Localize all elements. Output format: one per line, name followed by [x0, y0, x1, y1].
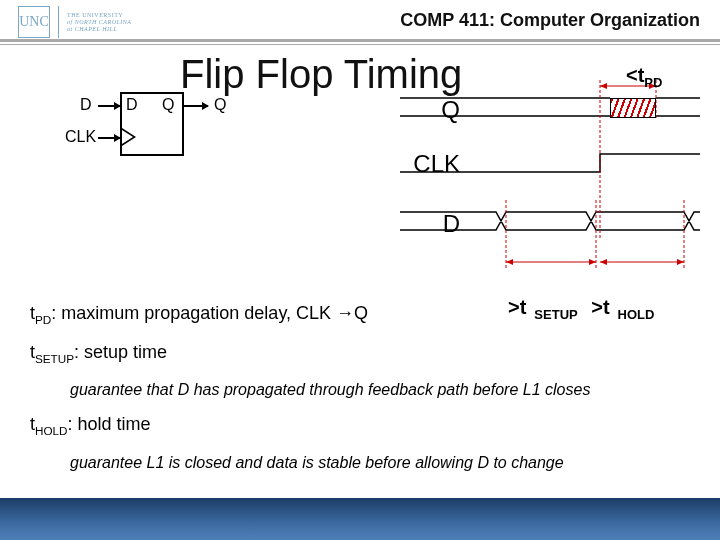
q-unstable-region [610, 98, 656, 118]
svg-marker-12 [600, 259, 607, 265]
logo-text-line1: THE UNIVERSITY [67, 12, 132, 19]
block-clk-label: CLK [65, 128, 96, 146]
svg-marker-6 [600, 83, 607, 89]
header-rule-thin [0, 44, 720, 45]
svg-marker-10 [589, 259, 596, 265]
arrow-icon [182, 105, 208, 107]
def-thold-note: guarantee L1 is closed and data is stabl… [70, 450, 690, 476]
def-tpd: tPD: maximum propagation delay, CLK →Q [30, 300, 690, 333]
def-thold: tHOLD: hold time [30, 411, 690, 444]
logo-text-line3: at CHAPEL HILL [67, 26, 132, 33]
logo-university-text: THE UNIVERSITY of NORTH CAROLINA at CHAP… [67, 12, 132, 33]
logo: UNC THE UNIVERSITY of NORTH CAROLINA at … [18, 6, 132, 38]
clock-triangle-inner [122, 130, 133, 144]
def-tsetup-note: guarantee that D has propagated through … [70, 377, 690, 403]
slide: UNC THE UNIVERSITY of NORTH CAROLINA at … [0, 0, 720, 540]
definitions: tPD: maximum propagation delay, CLK →Q t… [30, 300, 690, 476]
arrow-icon [98, 105, 120, 107]
logo-text-line2: of NORTH CAROLINA [67, 19, 132, 26]
logo-divider [58, 6, 59, 38]
arrow-icon [98, 137, 120, 139]
logo-mark: UNC [18, 6, 50, 38]
def-tsetup: tSETUP: setup time [30, 339, 690, 372]
header-rule-thick [0, 39, 720, 42]
flipflop-q-port: Q [162, 96, 174, 114]
block-d-input-label: D [80, 96, 92, 114]
svg-marker-9 [506, 259, 513, 265]
block-q-output-label: Q [214, 96, 226, 114]
timing-waveforms [400, 80, 710, 290]
footer-bar [0, 498, 720, 540]
course-title: COMP 411: Computer Organization [400, 10, 700, 31]
flipflop-d-port: D [126, 96, 138, 114]
svg-marker-13 [677, 259, 684, 265]
tpd-annotation: <tPD [626, 64, 662, 90]
